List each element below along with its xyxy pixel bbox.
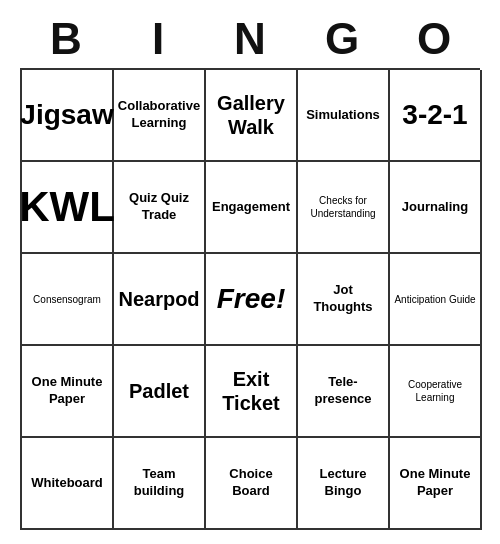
letter-g: G	[298, 14, 386, 64]
cell-text-r1-c1: Quiz Quiz Trade	[118, 190, 200, 224]
cell-text-r2-c0: Consensogram	[33, 293, 101, 306]
cell-text-r2-c2: Free!	[217, 282, 285, 316]
cell-text-r3-c1: Padlet	[129, 379, 189, 403]
cell-text-r2-c1: Nearpod	[118, 287, 199, 311]
cell-text-r3-c0: One Minute Paper	[26, 374, 108, 408]
cell-text-r4-c2: Choice Board	[210, 466, 292, 500]
cell-r4-c1[interactable]: Team building	[114, 438, 206, 530]
cell-r3-c2[interactable]: Exit Ticket	[206, 346, 298, 438]
bingo-card: B I N G O JigsawCollaborative LearningGa…	[10, 4, 490, 540]
cell-text-r1-c0: KWL	[19, 182, 115, 232]
cell-text-r4-c3: Lecture Bingo	[302, 466, 384, 500]
cell-r4-c4[interactable]: One Minute Paper	[390, 438, 482, 530]
cell-text-r1-c3: Checks for Understanding	[302, 194, 384, 220]
cell-text-r2-c3: Jot Thoughts	[302, 282, 384, 316]
cell-text-r0-c0: Jigsaw	[20, 98, 113, 132]
letter-b: B	[22, 14, 110, 64]
cell-r3-c3[interactable]: Tele-presence	[298, 346, 390, 438]
cell-text-r1-c4: Journaling	[402, 199, 468, 216]
cell-r0-c0[interactable]: Jigsaw	[22, 70, 114, 162]
cell-text-r1-c2: Engagement	[212, 199, 290, 216]
cell-text-r3-c4: Cooperative Learning	[394, 378, 476, 404]
cell-text-r4-c0: Whiteboard	[31, 475, 103, 492]
cell-r2-c0[interactable]: Consensogram	[22, 254, 114, 346]
cell-r2-c1[interactable]: Nearpod	[114, 254, 206, 346]
bingo-header: B I N G O	[20, 14, 480, 64]
cell-r0-c3[interactable]: Simulations	[298, 70, 390, 162]
cell-r0-c4[interactable]: 3-2-1	[390, 70, 482, 162]
cell-r0-c2[interactable]: Gallery Walk	[206, 70, 298, 162]
cell-r2-c2[interactable]: Free!	[206, 254, 298, 346]
cell-r2-c4[interactable]: Anticipation Guide	[390, 254, 482, 346]
cell-text-r3-c2: Exit Ticket	[210, 367, 292, 415]
cell-r4-c2[interactable]: Choice Board	[206, 438, 298, 530]
cell-text-r0-c3: Simulations	[306, 107, 380, 124]
cell-r1-c1[interactable]: Quiz Quiz Trade	[114, 162, 206, 254]
cell-r1-c2[interactable]: Engagement	[206, 162, 298, 254]
cell-r3-c0[interactable]: One Minute Paper	[22, 346, 114, 438]
cell-text-r4-c4: One Minute Paper	[394, 466, 476, 500]
cell-r2-c3[interactable]: Jot Thoughts	[298, 254, 390, 346]
cell-text-r0-c1: Collaborative Learning	[118, 98, 200, 132]
cell-r1-c3[interactable]: Checks for Understanding	[298, 162, 390, 254]
cell-text-r0-c2: Gallery Walk	[210, 91, 292, 139]
bingo-grid: JigsawCollaborative LearningGallery Walk…	[20, 68, 480, 530]
cell-r1-c4[interactable]: Journaling	[390, 162, 482, 254]
cell-r3-c4[interactable]: Cooperative Learning	[390, 346, 482, 438]
cell-r3-c1[interactable]: Padlet	[114, 346, 206, 438]
letter-n: N	[206, 14, 294, 64]
cell-r4-c0[interactable]: Whiteboard	[22, 438, 114, 530]
letter-o: O	[390, 14, 478, 64]
cell-text-r2-c4: Anticipation Guide	[394, 293, 475, 306]
cell-text-r0-c4: 3-2-1	[402, 98, 467, 132]
letter-i: I	[114, 14, 202, 64]
cell-r4-c3[interactable]: Lecture Bingo	[298, 438, 390, 530]
cell-r0-c1[interactable]: Collaborative Learning	[114, 70, 206, 162]
cell-text-r4-c1: Team building	[118, 466, 200, 500]
cell-r1-c0[interactable]: KWL	[22, 162, 114, 254]
cell-text-r3-c3: Tele-presence	[302, 374, 384, 408]
